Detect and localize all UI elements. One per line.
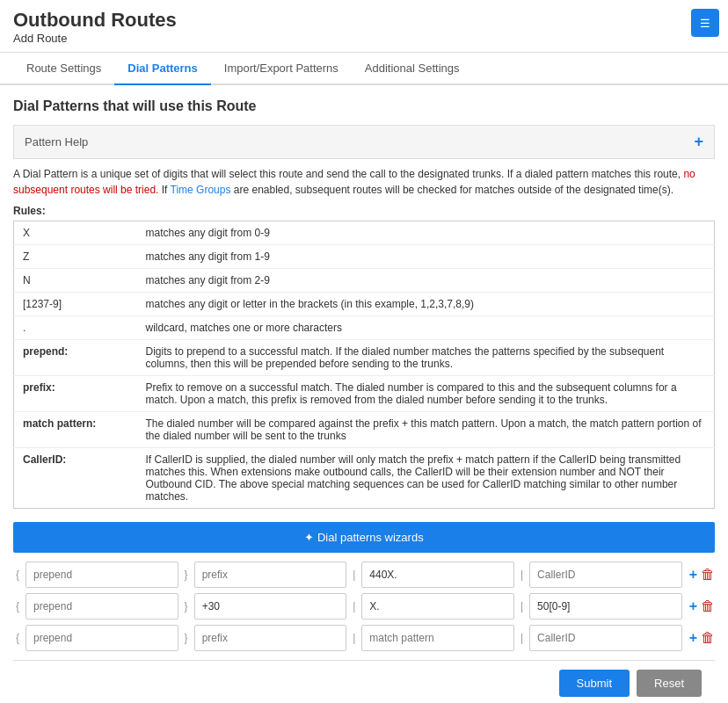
add-row-1-button[interactable]: + [689,567,697,583]
table-row: prepend: Digits to prepend to a successf… [14,340,715,376]
header-menu-icon[interactable]: ☰ [691,9,719,37]
dial-patterns-area: { } | | + 🗑 { } | | + 🗑 [13,562,715,651]
rule-desc-match: The dialed number will be compared again… [137,412,715,448]
table-row: match pattern: The dialed number will be… [14,412,715,448]
rule-key-callerid: CallerID: [14,448,137,509]
pattern-help-label: Pattern Help [25,135,88,149]
sep-2: | [518,569,526,581]
dial-row-2: { } | | + 🗑 [13,593,715,620]
table-row: Z matches any digit from 1-9 [14,245,715,269]
add-row-2-button[interactable]: + [689,598,697,614]
table-row: prefix: Prefix to remove on a successful… [14,376,715,412]
page-subtitle: Add Route [13,32,715,45]
del-row-2-button[interactable]: 🗑 [701,598,715,614]
table-row: [1237-9] matches any digit or letter in … [14,293,715,316]
rules-label: Rules: [13,205,715,217]
row-actions-1: + 🗑 [689,567,715,583]
rule-desc-n: matches any digit from 2-9 [137,269,715,293]
rule-desc-prepend: Digits to prepend to a successful match.… [137,340,715,376]
brace-close-3: } [182,632,191,644]
tab-additional-settings[interactable]: Additional Settings [352,53,473,85]
rule-desc-bracket: matches any digit or letter in the brack… [137,293,715,316]
tab-route-settings[interactable]: Route Settings [13,53,114,85]
sep-3: | [350,600,358,612]
pattern-input-3[interactable] [361,625,514,651]
rule-key-prepend: prepend: [14,340,137,376]
table-row: CallerID: If CallerID is supplied, the d… [14,448,715,509]
pattern-input-2[interactable] [361,593,514,620]
prefix-input-1[interactable] [194,562,347,588]
brace-close-1: } [182,569,191,581]
table-row: N matches any digit from 2-9 [14,269,715,293]
prefix-input-3[interactable] [194,625,347,651]
sep-4: | [518,600,526,612]
brace-open-3: { [13,632,22,644]
sep-1: | [350,569,358,581]
rule-desc-x: matches any digit from 0-9 [137,221,715,245]
brace-open-2: { [13,600,22,612]
dial-row-1: { } | | + 🗑 [13,562,715,588]
brace-close-2: } [182,600,191,612]
tab-dial-patterns[interactable]: Dial Patterns [114,53,210,85]
add-row-3-button[interactable]: + [689,630,697,646]
main-content: Dial Patterns that will use this Route P… [0,85,728,703]
rule-key-z: Z [14,245,137,269]
table-row: X matches any digit from 0-9 [14,221,715,245]
wizard-bar[interactable]: ✦ Dial patterns wizards [13,522,715,553]
rule-key-match: match pattern: [14,412,137,448]
help-text: A Dial Pattern is a unique set of digits… [13,166,715,198]
prefix-input-2[interactable] [194,593,347,620]
rule-key-prefix: prefix: [14,376,137,412]
rule-key-bracket: [1237-9] [14,293,137,316]
page-title: Outbound Routes [13,9,715,32]
tabs-bar: Route Settings Dial Patterns Import/Expo… [0,53,728,85]
prepend-input-2[interactable] [25,593,178,620]
pattern-help-plus: + [694,133,703,151]
prepend-input-3[interactable] [25,625,178,651]
rules-table: X matches any digit from 0-9 Z matches a… [13,221,715,509]
pattern-help-bar[interactable]: Pattern Help + [13,125,715,159]
table-row: . wildcard, matches one or more characte… [14,316,715,340]
rule-desc-dot: wildcard, matches one or more characters [137,316,715,340]
sep-5: | [350,632,358,644]
pattern-input-1[interactable] [361,562,514,588]
callerid-input-1[interactable] [529,562,682,588]
rule-key-n: N [14,269,137,293]
dial-row-3: { } | | + 🗑 [13,625,715,651]
page-header: Outbound Routes Add Route ☰ [0,0,728,53]
brace-open-1: { [13,569,22,581]
rule-desc-z: matches any digit from 1-9 [137,245,715,269]
prepend-input-1[interactable] [25,562,178,588]
rule-desc-callerid: If CallerID is supplied, the dialed numb… [137,448,715,509]
row-actions-2: + 🗑 [689,598,715,614]
row-actions-3: + 🗑 [689,630,715,646]
callerid-input-3[interactable] [529,625,682,651]
rule-key-dot: . [14,316,137,340]
sep-6: | [518,632,526,644]
rule-desc-prefix: Prefix to remove on a successful match. … [137,376,715,412]
reset-button[interactable]: Reset [637,670,702,697]
submit-button[interactable]: Submit [559,670,630,697]
tab-import-export[interactable]: Import/Export Patterns [211,53,352,85]
callerid-input-2[interactable] [529,593,682,620]
footer-buttons: Submit Reset [13,660,715,703]
del-row-3-button[interactable]: 🗑 [701,630,715,646]
section-title: Dial Patterns that will use this Route [13,98,715,114]
del-row-1-button[interactable]: 🗑 [701,567,715,583]
rule-key-x: X [14,221,137,245]
